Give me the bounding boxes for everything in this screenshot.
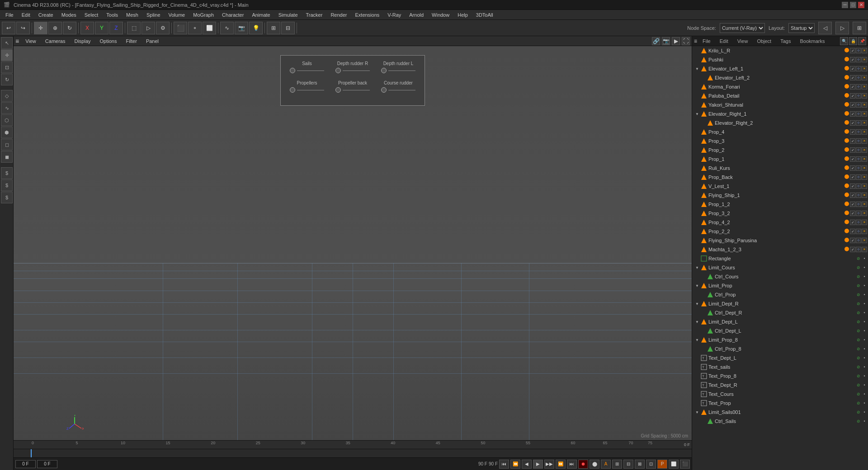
- obj-check-3[interactable]: ✕: [862, 211, 867, 216]
- obj-arrow[interactable]: ▼: [695, 410, 699, 414]
- obj-check-2[interactable]: ⊹: [856, 138, 861, 144]
- obj-item[interactable]: Elevator_Right_2 ✓ ⊹ ✕: [692, 118, 868, 127]
- obj-check-1[interactable]: ✓: [850, 156, 855, 162]
- obj-check-1[interactable]: ✓: [850, 75, 855, 80]
- obj-arrow[interactable]: [695, 392, 699, 396]
- obj-item[interactable]: T Text_Prop ⊘ •: [692, 399, 868, 408]
- render-region[interactable]: ⬚: [127, 22, 141, 34]
- menu-spline[interactable]: Spline: [143, 11, 164, 19]
- obj-arrow[interactable]: [701, 310, 706, 315]
- hud-course-rudder-slider[interactable]: [381, 87, 415, 93]
- play-forward-button[interactable]: ▶▶: [544, 460, 554, 469]
- obj-lock-icon[interactable]: •: [862, 418, 867, 424]
- hud-propellers-knob[interactable]: [290, 87, 295, 93]
- sphere-tool[interactable]: ⚬: [188, 22, 202, 34]
- obj-arrow[interactable]: ▼: [695, 320, 699, 324]
- obj-arrow[interactable]: [695, 139, 699, 143]
- menu-create[interactable]: Create: [35, 11, 57, 19]
- move-tool[interactable]: ✛: [34, 22, 47, 34]
- obj-item[interactable]: ▼ Limit_Sails001 ⊘ •: [692, 408, 868, 417]
- menu-mesh[interactable]: Mesh: [123, 11, 142, 19]
- obj-vis-icon[interactable]: ⊘: [856, 373, 861, 379]
- obj-lock-icon[interactable]: •: [862, 391, 867, 397]
- timeline-ruler[interactable]: 0 5 10 15 20 25 30 35 40 45 50 55 60 65 …: [14, 440, 692, 449]
- obj-arrow[interactable]: [695, 193, 699, 197]
- obj-check-1[interactable]: ✓: [850, 138, 855, 144]
- menu-arnold[interactable]: Arnold: [406, 11, 427, 19]
- cube-tool[interactable]: ⬛: [174, 22, 187, 34]
- obj-check-3[interactable]: ✕: [862, 229, 867, 234]
- obj-check-2[interactable]: ⊹: [856, 247, 861, 252]
- obj-check-2[interactable]: ⊹: [856, 57, 861, 62]
- playhead[interactable]: [31, 449, 32, 457]
- obj-check-3[interactable]: ✕: [862, 120, 867, 126]
- obj-arrow[interactable]: [695, 166, 699, 170]
- obj-vis-icon[interactable]: ⊘: [856, 292, 861, 297]
- play-button[interactable]: ▶: [533, 460, 543, 469]
- obj-arrow[interactable]: [695, 202, 699, 207]
- node-space-dropdown[interactable]: Current (V-Ray): [720, 23, 765, 33]
- obj-check-1[interactable]: ✓: [850, 220, 855, 225]
- obj-item[interactable]: ▼ Limit_Cours ⊘ •: [692, 263, 868, 272]
- deformer-tool[interactable]: ∿: [220, 22, 234, 34]
- cylinder-tool[interactable]: ⬜: [203, 22, 216, 34]
- sidebar-polygon[interactable]: ◇: [1, 90, 13, 102]
- obj-arrow[interactable]: [701, 121, 706, 125]
- obj-vis-icon[interactable]: ⊘: [856, 391, 861, 397]
- obj-item[interactable]: Ctrl_Cours ⊘ •: [692, 272, 868, 281]
- obj-lock-icon[interactable]: •: [862, 301, 867, 306]
- obj-item[interactable]: Rectangle ⊘ •: [692, 254, 868, 263]
- vp-cam-btn[interactable]: 📷: [662, 37, 670, 45]
- menu-vray[interactable]: V-Ray: [384, 11, 405, 19]
- transport-power[interactable]: P: [657, 460, 667, 469]
- obj-check-2[interactable]: ⊹: [856, 229, 861, 234]
- snap-tool[interactable]: ⊞: [267, 22, 280, 34]
- obj-check-2[interactable]: ⊹: [856, 66, 861, 71]
- obj-arrow[interactable]: [695, 383, 699, 387]
- obj-arrow[interactable]: [695, 94, 699, 98]
- play-back-button[interactable]: ◀: [522, 460, 532, 469]
- obj-arrow[interactable]: [695, 365, 699, 369]
- rotate-tool[interactable]: ↻: [63, 22, 76, 34]
- obj-arrow[interactable]: [701, 292, 706, 297]
- transport-settings-2[interactable]: ⊟: [623, 460, 633, 469]
- obj-item[interactable]: ▼ Limit_Prop ⊘ •: [692, 281, 868, 290]
- obj-check-1[interactable]: ✓: [850, 183, 855, 189]
- obj-arrow[interactable]: [695, 229, 699, 234]
- obj-check-1[interactable]: ✓: [850, 165, 855, 171]
- transport-frame-start[interactable]: [15, 460, 36, 468]
- obj-check-1[interactable]: ✓: [850, 174, 855, 180]
- tab-object[interactable]: Object: [753, 38, 775, 45]
- obj-arrow[interactable]: ▼: [695, 265, 699, 270]
- obj-check-1[interactable]: ✓: [850, 84, 855, 89]
- obj-check-1[interactable]: ✓: [850, 66, 855, 71]
- obj-vis-icon[interactable]: ⊘: [856, 319, 861, 324]
- obj-item[interactable]: Elevator_Left_2 ✓ ⊹ ✕: [692, 73, 868, 82]
- hud-course-rudder-knob[interactable]: [381, 87, 387, 93]
- menu-character[interactable]: Character: [218, 11, 247, 19]
- record-keyframe[interactable]: ⬤: [590, 460, 599, 469]
- hud-sails-slider[interactable]: [290, 68, 324, 73]
- obj-lock-icon[interactable]: •: [862, 373, 867, 379]
- obj-header-menu-icon[interactable]: ≡: [694, 38, 697, 44]
- rp-search-btn[interactable]: 🔍: [840, 37, 848, 45]
- sidebar-camera2[interactable]: ◻: [1, 139, 13, 150]
- obj-check-3[interactable]: ✕: [862, 193, 867, 198]
- obj-check-3[interactable]: ✕: [862, 66, 867, 71]
- obj-vis-icon[interactable]: ⊘: [856, 355, 861, 361]
- menu-render[interactable]: Render: [327, 11, 350, 19]
- obj-item[interactable]: T Text_Dept_L ⊘ •: [692, 353, 868, 362]
- obj-vis-icon[interactable]: ⊘: [856, 301, 861, 306]
- obj-item[interactable]: Prop_Back ✓ ⊹ ✕: [692, 173, 868, 182]
- menu-edit[interactable]: Edit: [18, 11, 34, 19]
- menu-mograph[interactable]: MoGraph: [189, 11, 217, 19]
- obj-check-3[interactable]: ✕: [862, 147, 867, 153]
- auto-keyframe[interactable]: A: [601, 460, 611, 469]
- grid-tool[interactable]: ⊟: [281, 22, 295, 34]
- obj-arrow[interactable]: [695, 85, 699, 89]
- vp-menu-filter[interactable]: Filter: [123, 38, 139, 45]
- obj-arrow[interactable]: [695, 374, 699, 378]
- obj-item[interactable]: Prop_1 ✓ ⊹ ✕: [692, 155, 868, 164]
- scale-tool[interactable]: ⊕: [48, 22, 62, 34]
- transport-settings-4[interactable]: ⊡: [646, 460, 656, 469]
